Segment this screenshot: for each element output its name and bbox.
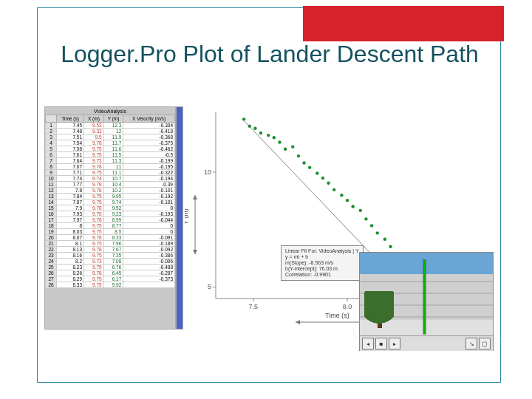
- table-row: 288.339.755.92: [46, 282, 175, 288]
- table-cell: 9.73: [84, 158, 104, 164]
- data-point: [351, 205, 354, 208]
- table-row: 157.99.789.520: [46, 205, 175, 211]
- table-row: 47.549.7811.7-0.375: [46, 140, 175, 146]
- table-cell: 7.84: [57, 194, 84, 200]
- data-point: [332, 188, 335, 191]
- slide-title: Logger.Pro Plot of Lander Descent Path: [52, 41, 488, 67]
- table-cell: 19: [46, 229, 57, 235]
- table-row: 127.89.7810.2-0.101: [46, 188, 175, 194]
- table-scrollbar[interactable]: [176, 106, 183, 330]
- table-cell: -0.488: [123, 265, 175, 270]
- col-header: Time (s): [57, 115, 84, 123]
- table-cell: 8.1: [57, 241, 84, 247]
- fit-equation: y = mt + b: [285, 254, 359, 260]
- table-cell: 9.75: [84, 253, 104, 259]
- data-point: [370, 224, 373, 227]
- table-cell: -0.462: [123, 146, 175, 152]
- table-cell: 7.58: [57, 146, 84, 152]
- data-point: [359, 209, 362, 212]
- table-cell: 9.78: [84, 164, 104, 170]
- table-cell: 6.76: [103, 265, 123, 270]
- table-cell: [123, 282, 175, 288]
- table-cell: 8.29: [57, 276, 84, 282]
- svg-marker-17: [193, 195, 197, 200]
- table-cell: 9.78: [84, 205, 104, 211]
- video-panel: ◂ ■ ▸ ↘ ▢: [359, 252, 494, 351]
- prev-button[interactable]: ◂: [362, 338, 374, 349]
- x-axis-label: Time (s): [325, 312, 349, 319]
- table-cell: 5: [46, 146, 57, 152]
- next-button[interactable]: ▸: [389, 338, 400, 349]
- table-cell: -0.192: [123, 194, 175, 200]
- stop-button[interactable]: ■: [375, 338, 387, 349]
- table-cell: 10.4: [103, 182, 123, 188]
- y-axis-label: Y (m): [185, 208, 189, 225]
- data-point: [316, 171, 318, 174]
- table-cell: 11.9: [103, 134, 123, 140]
- table-cell: 23: [46, 253, 57, 259]
- table-cell: 7.97: [57, 217, 84, 223]
- table-cell: 9.73: [84, 259, 104, 265]
- table-cell: 7.67: [57, 164, 84, 170]
- table-cell: 9.75: [84, 152, 104, 158]
- table-cell: 9.78: [84, 247, 104, 253]
- table-cell: 9.75: [84, 194, 104, 200]
- tracking-pole: [423, 260, 426, 334]
- table-row: 228.139.787.67-0.092: [46, 247, 175, 253]
- table-cell: 9.53: [84, 123, 104, 129]
- table-cell: -0.373: [123, 276, 175, 282]
- data-point: [383, 238, 386, 241]
- table-cell: 10.7: [103, 176, 123, 182]
- data-point: [267, 134, 270, 137]
- table-cell: 11.6: [103, 146, 123, 152]
- table-cell: 12.3: [103, 123, 123, 129]
- mark-button[interactable]: ▢: [479, 338, 491, 349]
- table-cell: -0.189: [123, 241, 175, 247]
- table-row: 278.299.756.17-0.373: [46, 276, 175, 282]
- link-button[interactable]: ↘: [466, 338, 477, 349]
- table-cell: 8.99: [103, 217, 123, 223]
- data-point: [284, 148, 287, 151]
- table-cell: -0.044: [123, 217, 175, 223]
- table-row: 147.879.759.74-0.101: [46, 200, 175, 205]
- data-point: [302, 161, 305, 164]
- table-cell: 4: [46, 140, 57, 146]
- tree-graphic: [364, 291, 394, 335]
- table-cell: 7.35: [103, 253, 123, 259]
- table-cell: 9.75: [84, 265, 104, 270]
- table-cell: -0.193: [123, 211, 175, 217]
- table-cell: 2: [46, 129, 57, 134]
- table-cell: 9: [46, 170, 57, 176]
- table-cell: -0.368: [123, 134, 175, 140]
- table-cell: 9.74: [84, 176, 104, 182]
- table-cell: 7.54: [57, 140, 84, 146]
- table-cell: 8.2: [57, 259, 84, 265]
- table-cell: 7.77: [57, 182, 84, 188]
- table-cell: 7: [46, 158, 57, 164]
- table-cell: 15: [46, 205, 57, 211]
- data-point: [389, 245, 392, 248]
- table-cell: -0.091: [123, 235, 175, 241]
- table-cell: 7.67: [103, 247, 123, 253]
- svg-text:5: 5: [208, 283, 211, 290]
- table-cell: 26: [46, 270, 57, 276]
- table-cell: 0: [123, 205, 175, 211]
- table-cell: 8.13: [57, 247, 84, 253]
- table-cell: 9.23: [103, 211, 123, 217]
- col-header: X (m): [84, 115, 104, 123]
- table-cell: 24: [46, 259, 57, 265]
- svg-text:7.5: 7.5: [249, 303, 259, 310]
- table-cell: 18: [46, 223, 57, 229]
- data-point: [253, 127, 256, 130]
- table-cell: -0.194: [123, 176, 175, 182]
- table-cell: 11: [103, 164, 123, 170]
- data-point: [242, 117, 245, 120]
- table-cell: 21: [46, 241, 57, 247]
- table-cell: 8.03: [57, 229, 84, 235]
- table-cell: -0.386: [123, 253, 175, 259]
- data-point: [308, 166, 311, 168]
- table-cell: 7.71: [57, 170, 84, 176]
- table-cell: 8.5: [103, 229, 123, 235]
- video-frame: [360, 253, 493, 335]
- table-cell: 8: [46, 164, 57, 170]
